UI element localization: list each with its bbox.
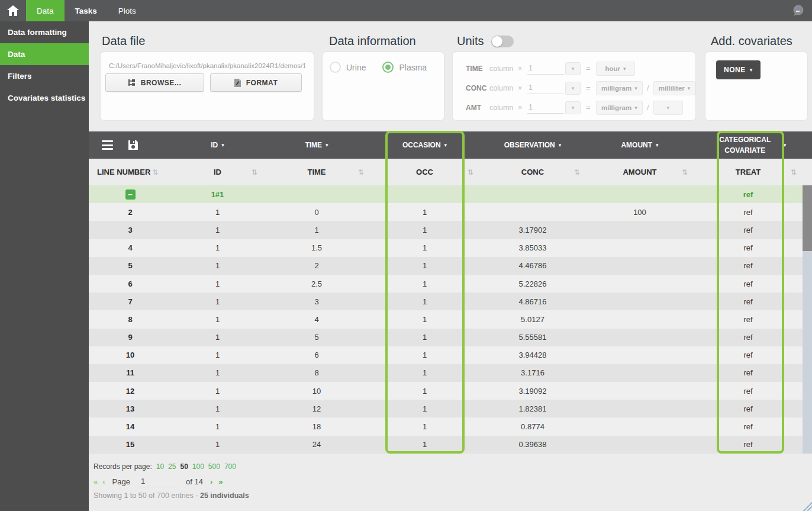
unit-factor-input[interactable]: 1 bbox=[527, 102, 564, 114]
table-row[interactable]: 31113.17902ref bbox=[89, 221, 803, 239]
conc-denominator-dropdown[interactable]: milliliter▾ bbox=[653, 81, 696, 95]
chevron-down-icon: ▾ bbox=[634, 105, 637, 111]
table-scrollbar[interactable] bbox=[803, 185, 812, 454]
table-row[interactable]: −1#1ref bbox=[89, 185, 803, 203]
previous-page-button[interactable]: ‹ bbox=[102, 477, 105, 486]
unit-column-placeholder: column bbox=[489, 104, 518, 112]
column-header-time[interactable]: TIME⇅ bbox=[263, 159, 370, 185]
sort-icon[interactable]: ⇅ bbox=[252, 168, 257, 176]
collapse-group-button[interactable]: − bbox=[125, 189, 136, 200]
records-per-page-option[interactable]: 500 bbox=[208, 462, 220, 471]
sidebar-item-data-formatting[interactable]: Data formatting bbox=[0, 21, 89, 43]
sidebar-item-data[interactable]: Data bbox=[0, 43, 89, 65]
column-type-dropdown-observation[interactable]: OBSERVATION▾ bbox=[479, 131, 586, 159]
table-tools-cell bbox=[89, 131, 172, 159]
first-page-button[interactable]: « bbox=[94, 477, 98, 486]
table-row[interactable]: 111813.1716ref bbox=[89, 364, 803, 382]
table-row[interactable]: 2101100ref bbox=[89, 203, 803, 221]
format-button[interactable]: FORMAT bbox=[210, 73, 302, 92]
unit-factor-dropdown[interactable]: ▾ bbox=[565, 101, 581, 114]
column-type-dropdown-id[interactable]: ID▾ bbox=[172, 131, 263, 159]
sort-icon[interactable]: ⇅ bbox=[791, 168, 797, 176]
column-header-treat[interactable]: TREAT⇅ bbox=[694, 159, 803, 185]
cell-time: 10 bbox=[263, 382, 370, 400]
sort-icon[interactable]: ⇅ bbox=[468, 168, 473, 176]
cell-amount: 100 bbox=[586, 203, 694, 221]
time-unit-dropdown[interactable]: hour▾ bbox=[596, 62, 635, 76]
unit-factor-dropdown[interactable]: ▾ bbox=[565, 82, 581, 95]
cell-amount bbox=[586, 257, 694, 275]
slash-sign: / bbox=[643, 104, 653, 112]
table-row[interactable]: 1512410.39638ref bbox=[89, 436, 803, 454]
sort-icon[interactable]: ⇅ bbox=[574, 168, 580, 176]
amt-unit-dropdown[interactable]: milligram▾ bbox=[596, 101, 643, 115]
conc-unit-dropdown[interactable]: milligram▾ bbox=[596, 81, 643, 95]
radio-plasma[interactable]: Plasma bbox=[382, 62, 427, 73]
radio-urine[interactable]: Urine bbox=[330, 62, 366, 73]
cell-conc: 3.17902 bbox=[479, 221, 586, 239]
cell-occ: 1 bbox=[370, 239, 479, 257]
window-resize-grip[interactable] bbox=[803, 502, 812, 511]
browse-button[interactable]: BROWSE... bbox=[105, 73, 204, 92]
table-row[interactable]: 411.513.85033ref bbox=[89, 239, 803, 257]
cell-conc: 4.86716 bbox=[479, 293, 586, 310]
amt-denominator-dropdown[interactable]: ▾ bbox=[653, 101, 683, 115]
cell-time: 4 bbox=[263, 310, 370, 328]
table-row[interactable]: 1411810.8774ref bbox=[89, 417, 803, 435]
unit-factor-input[interactable]: 1 bbox=[527, 82, 564, 94]
column-header-id[interactable]: ID⇅ bbox=[172, 159, 263, 185]
units-toggle[interactable] bbox=[491, 36, 514, 47]
page-number-input[interactable] bbox=[138, 476, 178, 487]
tab-data[interactable]: Data bbox=[26, 0, 65, 21]
next-page-button[interactable]: › bbox=[210, 477, 212, 486]
sort-icon[interactable]: ⇅ bbox=[152, 168, 158, 176]
column-type-dropdown-time[interactable]: TIME▾ bbox=[263, 131, 370, 159]
table-row[interactable]: 1211013.19092ref bbox=[89, 382, 803, 400]
table-row[interactable]: 612.515.22826ref bbox=[89, 275, 803, 293]
column-header-occ[interactable]: OCC⇅ bbox=[370, 159, 479, 185]
toggle-knob bbox=[492, 36, 502, 47]
sidebar-item-covariates-statistics[interactable]: Covariates statistics bbox=[0, 87, 89, 109]
home-button[interactable] bbox=[0, 0, 26, 21]
cell-amount bbox=[586, 293, 694, 310]
unit-factor-dropdown[interactable]: ▾ bbox=[565, 62, 581, 75]
feedback-button[interactable] bbox=[785, 0, 812, 21]
add-covariates-none-dropdown[interactable]: NONE ▾ bbox=[716, 60, 761, 79]
records-per-page-option[interactable]: 25 bbox=[168, 462, 176, 471]
column-header-line-number[interactable]: LINE NUMBER⇅ bbox=[89, 159, 172, 185]
tab-plots[interactable]: Plots bbox=[108, 0, 147, 21]
cell-occ: 1 bbox=[370, 382, 479, 400]
unit-factor-input[interactable]: 1 bbox=[527, 63, 564, 75]
cell-occ: 1 bbox=[370, 329, 479, 346]
cell-conc: 5.0127 bbox=[479, 310, 586, 328]
column-header-amount[interactable]: AMOUNT⇅ bbox=[586, 159, 694, 185]
table-row[interactable]: 1311211.82381ref bbox=[89, 400, 803, 417]
tab-data-label: Data bbox=[37, 7, 54, 15]
chevron-down-icon: ▾ bbox=[656, 143, 659, 148]
column-header-conc[interactable]: CONC⇅ bbox=[479, 159, 586, 185]
table-row[interactable]: 91515.55581ref bbox=[89, 329, 803, 346]
tab-tasks[interactable]: Tasks bbox=[65, 0, 108, 21]
equals-sign: = bbox=[581, 84, 596, 92]
sort-icon[interactable]: ⇅ bbox=[682, 168, 688, 176]
records-per-page-option[interactable]: 700 bbox=[224, 462, 236, 471]
cell-treat: ref bbox=[694, 436, 803, 454]
menu-icon[interactable] bbox=[102, 140, 113, 150]
records-per-page-option[interactable]: 100 bbox=[192, 462, 204, 471]
table-row[interactable]: 71314.86716ref bbox=[89, 293, 803, 310]
cell-amount bbox=[586, 185, 694, 203]
records-per-page-option[interactable]: 10 bbox=[156, 462, 164, 471]
table-row[interactable]: 101613.94428ref bbox=[89, 346, 803, 364]
sidebar-item-filters[interactable]: Filters bbox=[0, 65, 89, 87]
records-per-page-option[interactable]: 50 bbox=[180, 462, 188, 471]
column-type-dropdown-categorical-covariate[interactable]: CATEGORICAL COVARIATE▾ bbox=[694, 131, 803, 159]
scrollbar-thumb[interactable] bbox=[803, 185, 812, 251]
save-icon[interactable] bbox=[128, 140, 138, 150]
cell-occ: 1 bbox=[370, 203, 479, 221]
table-row[interactable]: 51214.46786ref bbox=[89, 257, 803, 275]
table-row[interactable]: 81415.0127ref bbox=[89, 310, 803, 328]
column-type-dropdown-occasion[interactable]: OCCASION▾ bbox=[370, 131, 479, 159]
column-type-dropdown-amount[interactable]: AMOUNT▾ bbox=[586, 131, 694, 159]
last-page-button[interactable]: » bbox=[218, 477, 223, 486]
sort-icon[interactable]: ⇅ bbox=[358, 168, 364, 176]
